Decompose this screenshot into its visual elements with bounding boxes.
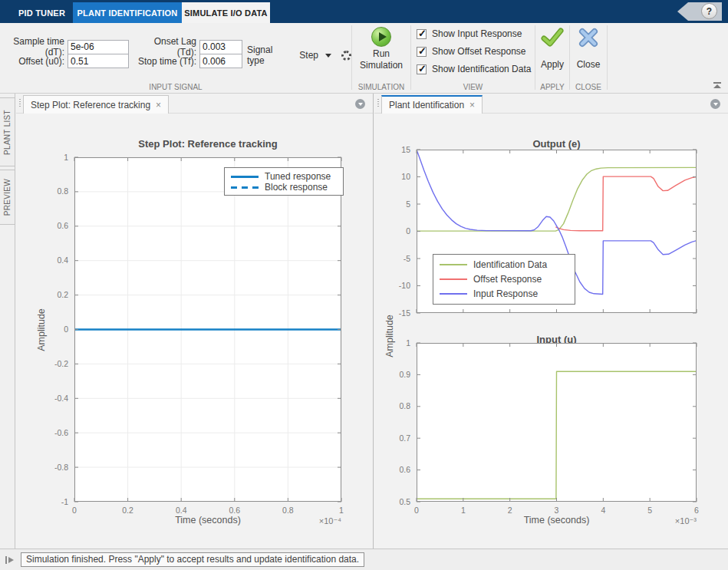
output-plot-legend: Identification DataOffset ResponseInput … [433, 254, 575, 305]
close-x-icon [578, 28, 599, 48]
doc-tab-step-plot[interactable]: Step Plot: Reference tracking × [23, 95, 169, 114]
rail-tab-preview[interactable]: PREVIEW [0, 170, 15, 225]
checkbox-icon[interactable] [417, 29, 427, 39]
run-label-line2: Simulation [352, 60, 410, 71]
rail-tab-label: PREVIEW [3, 179, 12, 216]
close-tab-icon[interactable]: × [469, 101, 475, 109]
svg-text:0.6: 0.6 [229, 506, 240, 515]
svg-text:3: 3 [555, 506, 559, 515]
step-plot-legend: Tuned responseBlock response [224, 167, 344, 196]
doc-actions-icon[interactable] [710, 99, 720, 109]
svg-text:0: 0 [64, 325, 68, 334]
stop-time-input[interactable] [199, 54, 242, 68]
input-plot-x-multiplier: ×10⁻³ [644, 516, 697, 526]
svg-text:0: 0 [72, 506, 77, 515]
sample-time-input[interactable] [68, 40, 129, 54]
svg-text:0.5: 0.5 [399, 497, 410, 506]
rail-tab-label: PLANT LIST [3, 110, 12, 155]
section-input-signal: Sample time (dT): Onset Lag (Td): Offset… [0, 23, 351, 93]
section-apply: Apply APPLY [535, 23, 569, 93]
svg-text:0.7: 0.7 [399, 433, 410, 443]
tab-simulate-io-data[interactable]: SIMULATE I/O DATA [182, 2, 270, 23]
run-simulation-button[interactable]: Run Simulation [352, 23, 410, 78]
close-tab-icon[interactable]: × [156, 101, 161, 109]
signal-config-gear-icon[interactable] [341, 51, 351, 61]
status-bar: Simulation finished. Press "Apply" to ac… [0, 549, 728, 570]
offset-label: Offset (u0): [2, 56, 64, 67]
rail-tab-plant-list[interactable]: PLANT LIST [0, 97, 15, 166]
step-plot-axes: 00.20.40.60.81-1-0.8-0.6-0.4-0.200.20.40… [74, 157, 341, 502]
svg-text:0.9: 0.9 [399, 370, 410, 379]
step-plot-x-multiplier: ×10⁻⁴ [289, 516, 341, 526]
checkbox-label: Show Input Response [432, 28, 522, 39]
stop-time-label: Stop time (Tf): [132, 56, 196, 67]
svg-text:-15: -15 [399, 308, 410, 318]
section-label-simulation: SIMULATION [352, 83, 410, 91]
svg-text:0: 0 [406, 226, 410, 236]
input-plot-axes: 01234560.50.60.70.80.91 [417, 343, 697, 502]
plant-identification-figure: Output (e) -15-10-5051015 Identification… [374, 114, 728, 549]
close-button[interactable]: Close [570, 23, 607, 78]
left-rail: PLANT LIST PREVIEW [0, 94, 15, 549]
svg-text:0.6: 0.6 [399, 465, 410, 474]
svg-text:0.8: 0.8 [399, 401, 410, 410]
svg-text:-0.8: -0.8 [54, 463, 68, 472]
checkbox-show-input-response[interactable]: Show Input Response [417, 28, 522, 39]
svg-text:-0.2: -0.2 [54, 359, 68, 368]
collapse-ribbon-icon[interactable] [713, 82, 721, 88]
step-plot-figure: Step Plot: Reference tracking 00.20.40.6… [16, 114, 373, 549]
checkbox-label: Show Offset Response [432, 46, 526, 57]
plant-identification-panel: Plant Identification × Output (e) -15-10… [374, 94, 728, 549]
apply-button[interactable]: Apply [535, 23, 569, 78]
checkbox-show-identification-data[interactable]: Show Identification Data [417, 64, 531, 74]
step-plot-panel: Step Plot: Reference tracking × Step Plo… [16, 94, 374, 549]
section-label-close: CLOSE [570, 83, 607, 91]
svg-text:-5: -5 [404, 254, 410, 263]
svg-text:5: 5 [647, 506, 652, 515]
svg-text:5: 5 [406, 199, 410, 209]
doc-tab-title: Step Plot: Reference tracking [31, 100, 150, 110]
svg-text:1: 1 [339, 506, 344, 515]
section-close: Close CLOSE [570, 23, 607, 93]
svg-text:1: 1 [64, 153, 68, 162]
pid-tuner-app: PID TUNER PLANT IDENTIFICATION SIMULATE … [0, 0, 728, 570]
section-label-input-signal: INPUT SIGNAL [0, 83, 351, 91]
right-doc-tabbar: Plant Identification × [374, 94, 728, 114]
close-label: Close [570, 59, 607, 71]
checkbox-icon[interactable] [417, 64, 427, 74]
expand-panel-icon[interactable] [5, 556, 14, 564]
svg-text:-0.4: -0.4 [54, 394, 68, 403]
grip-icon [377, 99, 379, 108]
apply-label: Apply [535, 59, 569, 71]
svg-text:10: 10 [401, 172, 410, 181]
checkbox-label: Show Identification Data [432, 64, 531, 74]
help-icon[interactable]: ? [701, 3, 717, 19]
chevron-down-icon[interactable] [325, 54, 331, 58]
run-play-icon [371, 27, 391, 47]
signal-type-value[interactable]: Step [299, 50, 318, 61]
svg-text:15: 15 [401, 145, 410, 154]
offset-input[interactable] [68, 54, 129, 68]
svg-text:2: 2 [508, 506, 512, 515]
svg-text:1: 1 [461, 506, 466, 515]
grip-icon [19, 99, 21, 108]
svg-text:-10: -10 [399, 281, 410, 290]
tab-plant-identification[interactable]: PLANT IDENTIFICATION [73, 2, 182, 23]
svg-text:0.8: 0.8 [57, 186, 68, 196]
svg-text:0: 0 [414, 506, 419, 515]
doc-tab-title: Plant Identification [389, 100, 464, 110]
onset-lag-input[interactable] [199, 40, 242, 54]
tab-pid-tuner[interactable]: PID TUNER [11, 2, 73, 23]
doc-tab-plant-identification[interactable]: Plant Identification × [381, 95, 483, 114]
svg-text:6: 6 [694, 506, 699, 515]
checkbox-icon[interactable] [417, 47, 427, 57]
svg-text:0.4: 0.4 [57, 255, 68, 265]
doc-actions-icon[interactable] [355, 99, 365, 109]
signal-type-label: Signal type [247, 44, 292, 66]
checkbox-show-offset-response[interactable]: Show Offset Response [417, 46, 526, 57]
svg-text:1: 1 [406, 338, 410, 348]
svg-text:-0.6: -0.6 [54, 428, 68, 437]
run-label-line1: Run [352, 48, 410, 60]
svg-text:0.4: 0.4 [176, 506, 187, 515]
output-plot-title: Output (e) [417, 138, 697, 150]
